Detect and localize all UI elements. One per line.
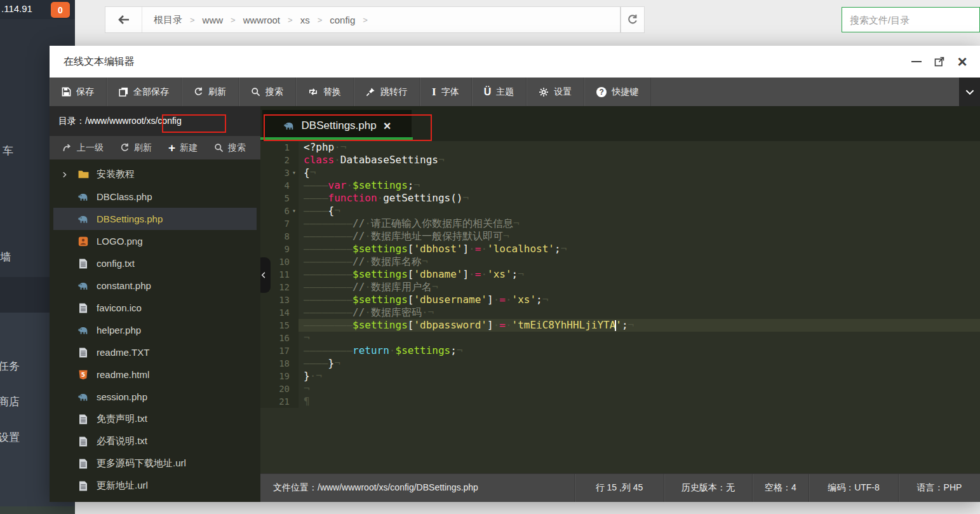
toolbar-collapse-button[interactable] <box>959 78 980 106</box>
gutter-spacer <box>290 344 299 357</box>
text-icon <box>77 459 89 469</box>
file-action-new[interactable]: +新建 <box>168 142 198 154</box>
toolbar-button-theme[interactable]: Ü主题 <box>472 78 527 106</box>
save-icon <box>62 87 71 97</box>
toolbar-button-shortcut[interactable]: ?快捷键 <box>584 78 651 106</box>
close-button[interactable]: × <box>953 53 971 71</box>
status-spaces[interactable]: 空格：4 <box>752 474 809 502</box>
file-action-refresh[interactable]: 刷新 <box>120 142 152 154</box>
code-line-content: ————var·$settings;¬ <box>299 179 980 192</box>
gutter-spacer <box>290 370 299 382</box>
refresh-directory-button[interactable] <box>621 6 645 33</box>
line-number: 7 <box>260 217 299 230</box>
code-line-2: 2class·DatabaseSettings¬ <box>260 154 980 166</box>
sidebar-partial-item: 任务 <box>0 359 20 374</box>
list-item-helper.php[interactable]: helper.php <box>50 319 260 341</box>
maximize-button[interactable] <box>930 53 948 71</box>
toolbar-button-goto-line[interactable]: 跳转行 <box>354 78 420 106</box>
fold-arrow-icon[interactable]: ▾ <box>290 166 299 179</box>
tab-close-icon[interactable]: × <box>384 119 391 132</box>
refresh-icon <box>120 143 130 152</box>
minimize-button[interactable] <box>908 53 925 71</box>
breadcrumb-separator: > <box>318 15 323 25</box>
code-line-5: 5————function·getSettings()¬ <box>260 192 980 205</box>
panel-collapse-handle[interactable] <box>260 257 271 293</box>
line-number: 14 <box>260 306 299 319</box>
modal-header: 在线文本编辑器 × <box>50 46 980 78</box>
file-search <box>842 7 980 32</box>
toolbar-button-replace[interactable]: 替换 <box>296 78 354 106</box>
message-count-badge: 0 <box>51 2 70 18</box>
file-action-label: 上一级 <box>77 142 104 154</box>
text-icon <box>77 436 89 447</box>
list-item-config.txt[interactable]: config.txt <box>50 252 260 274</box>
gutter-spacer <box>290 268 299 281</box>
code-line-content: ¬ <box>299 332 980 344</box>
breadcrumb-item[interactable]: xs <box>300 15 310 25</box>
code-line-19: 19}·¬ <box>260 370 980 382</box>
breadcrumb-item[interactable]: config <box>330 15 355 25</box>
list-item-更新地址.url[interactable]: 更新地址.url <box>50 475 260 497</box>
server-ip-label: .114.91 <box>1 3 32 14</box>
toolbar-button-search[interactable]: 搜索 <box>239 78 296 106</box>
breadcrumb-separator: > <box>363 15 368 25</box>
list-item-更多源码下载地址.url[interactable]: 更多源码下载地址.url <box>50 452 260 475</box>
list-item-readme.TXT[interactable]: readme.TXT <box>50 341 260 363</box>
code-line-13: 13————————$settings['dbusername']·=·'xs'… <box>260 294 980 306</box>
status-history-version[interactable]: 历史版本：无 <box>664 474 752 502</box>
list-item-DBClass.php[interactable]: DBClass.php <box>50 186 260 208</box>
file-name: 免责声明.txt <box>97 413 147 425</box>
code-editor[interactable]: 1<?php·¬2class·DatabaseSettings¬3▾{¬4———… <box>260 141 980 473</box>
code-line-content: ————function·getSettings()¬ <box>299 192 980 205</box>
breadcrumb-separator: > <box>231 15 236 25</box>
tab-dbsettings[interactable]: DBSettings.php × <box>262 110 412 141</box>
gutter-spacer <box>290 382 299 395</box>
line-number: 18 <box>260 357 299 370</box>
php-icon <box>77 192 89 201</box>
status-language[interactable]: 语言：PHP <box>898 474 980 502</box>
breadcrumb-item[interactable]: wwwroot <box>243 15 280 25</box>
list-item-constant.php[interactable]: constant.php <box>50 274 260 297</box>
status-encoding[interactable]: 编码：UTF-8 <box>809 474 898 502</box>
list-item-安装教程[interactable]: 安装教程 <box>50 163 260 186</box>
toolbar-button-refresh[interactable]: 刷新 <box>182 78 239 106</box>
list-item-免责声明.txt[interactable]: 免责声明.txt <box>50 408 260 430</box>
refresh-icon <box>194 87 203 97</box>
gutter-spacer <box>290 154 299 166</box>
list-item-LOGO.png[interactable]: LOGO.png <box>50 230 260 252</box>
back-button[interactable] <box>105 7 142 32</box>
font-icon: I <box>432 87 436 97</box>
chevron-right-icon[interactable] <box>61 170 68 179</box>
file-action-search[interactable]: 搜索 <box>214 142 246 154</box>
toolbar-button-label: 跳转行 <box>380 86 407 98</box>
goto-line-icon <box>366 87 375 97</box>
code-line-20: 20¬ <box>260 382 980 395</box>
toolbar-button-font[interactable]: I字体 <box>420 78 472 106</box>
status-file-location: 文件位置：/www/wwwroot/xs/config/DBSettings.p… <box>260 474 574 502</box>
list-item-favicon.ico[interactable]: favicon.ico <box>50 297 260 319</box>
toolbar-spacer <box>651 78 959 106</box>
line-number: 5 <box>260 192 299 205</box>
file-action-up-level[interactable]: 上一级 <box>62 142 104 154</box>
list-item-session.php[interactable]: session.php <box>50 386 260 408</box>
code-line-content: ¶ <box>299 395 980 408</box>
toolbar-button-save-all[interactable]: 全部保存 <box>107 78 182 106</box>
list-item-DBSettings.php[interactable]: DBSettings.php <box>53 208 257 230</box>
status-cursor-position: 行 15 ,列 45 <box>574 474 664 502</box>
list-item-必看说明.txt[interactable]: 必看说明.txt <box>50 430 260 452</box>
breadcrumb-item[interactable]: www <box>203 15 224 25</box>
breadcrumb-item[interactable]: 根目录 <box>154 14 182 26</box>
search-icon <box>251 87 260 97</box>
toolbar-button-settings[interactable]: 设置 <box>527 78 584 106</box>
fold-arrow-icon[interactable]: ▾ <box>290 205 299 217</box>
gutter-spacer <box>290 230 299 243</box>
search-input[interactable] <box>842 7 980 32</box>
toolbar-button-save[interactable]: 保存 <box>50 78 107 106</box>
gutter-spacer <box>290 192 299 205</box>
list-item-readme.html[interactable]: 5readme.html <box>50 363 260 386</box>
file-name: favicon.ico <box>97 302 142 313</box>
gutter-spacer <box>290 217 299 230</box>
modal-title: 在线文本编辑器 <box>64 46 135 78</box>
code-line-9: 9————————$settings['dbhost']·=·'localhos… <box>260 243 980 255</box>
file-name: constant.php <box>97 280 151 291</box>
